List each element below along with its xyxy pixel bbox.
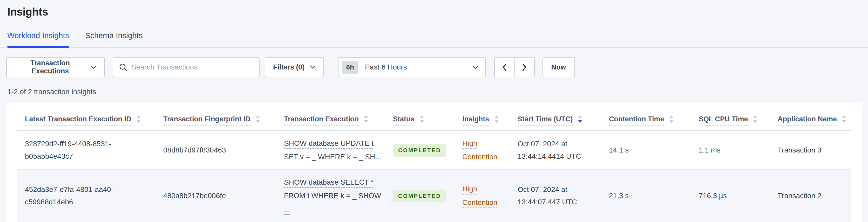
table-header-row: Latest Transaction Execution ID Transact… bbox=[17, 103, 851, 131]
table-row: 452da3e7-e7fa-4801-aa40-c59988d14eb6 480… bbox=[17, 169, 851, 222]
transaction-execution-link[interactable]: SHOW database SELECT * bbox=[284, 176, 385, 189]
chevron-down-icon bbox=[310, 65, 316, 69]
column-header-application-name[interactable]: Application Name bbox=[778, 103, 851, 131]
sort-caret-up-icon bbox=[842, 116, 846, 118]
cell-transaction-execution: SHOW database SELECT * FROM t WHERE k = … bbox=[284, 169, 393, 222]
transaction-execution-link[interactable]: ... bbox=[284, 202, 385, 216]
time-range-label: Past 6 Hours bbox=[365, 63, 466, 71]
time-nav-group bbox=[494, 57, 535, 77]
sort-caret-down-icon bbox=[136, 120, 141, 123]
start-time-clock: 13:44:14.4414 UTC bbox=[518, 150, 601, 163]
sort-icon bbox=[670, 116, 674, 123]
sort-caret-down-icon bbox=[256, 120, 260, 123]
sort-caret-up-icon bbox=[256, 116, 260, 118]
sort-icon bbox=[364, 116, 368, 123]
search-input[interactable] bbox=[131, 63, 253, 71]
sort-icon bbox=[842, 116, 846, 123]
sort-caret-down-icon bbox=[494, 120, 499, 123]
cell-application-name: Transaction 3 bbox=[778, 131, 851, 169]
tab-workload-insights[interactable]: Workload Insights bbox=[7, 31, 69, 47]
sort-caret-down-icon bbox=[670, 120, 674, 123]
sort-caret-down-icon bbox=[753, 120, 757, 123]
column-header-status[interactable]: Status bbox=[393, 103, 462, 131]
start-time-clock: 13:44:07.447 UTC bbox=[518, 196, 601, 208]
sort-caret-up-icon bbox=[578, 116, 582, 118]
tab-bar: Workload Insights Schema Insights bbox=[0, 31, 868, 48]
insight-high-contention-link[interactable]: High Contention bbox=[462, 185, 497, 207]
sort-icon bbox=[420, 116, 424, 123]
tab-schema-insights[interactable]: Schema Insights bbox=[85, 31, 143, 47]
chevron-right-icon bbox=[522, 63, 527, 71]
sort-caret-down-icon bbox=[420, 120, 424, 123]
cell-latest-execution-id: 452da3e7-e7fa-4801-aa40-c59988d14eb6 bbox=[17, 169, 163, 222]
sort-caret-up-icon bbox=[136, 116, 141, 118]
cell-fingerprint-id: 08d8b7d97f830463 bbox=[163, 131, 284, 169]
chevron-down-icon bbox=[472, 65, 478, 69]
cell-sql-cpu-time: 716.3 µs bbox=[699, 169, 778, 222]
page-title: Insights bbox=[7, 6, 868, 18]
column-header-transaction-execution[interactable]: Transaction Execution bbox=[284, 103, 393, 131]
insights-table-card: Latest Transaction Execution ID Transact… bbox=[6, 103, 862, 222]
start-time-date: Oct 07, 2024 at bbox=[518, 183, 601, 196]
sort-caret-up-icon bbox=[753, 116, 757, 118]
table-row: 328729d2-ff19-4408-8531-b05a5b4e43c7 08d… bbox=[17, 131, 851, 169]
insights-page: Insights Workload Insights Schema Insigh… bbox=[0, 6, 868, 222]
sort-icon bbox=[256, 116, 260, 123]
controls-row: Transaction Executions Filters (0) 6h Pa… bbox=[6, 57, 862, 77]
filters-label: Filters (0) bbox=[273, 63, 305, 71]
cell-contention-time: 21.3 s bbox=[609, 169, 699, 222]
transaction-execution-link[interactable]: FROM t WHERE k = _ SHOW bbox=[284, 189, 385, 202]
sort-caret-up-icon bbox=[670, 116, 674, 118]
status-badge: COMPLETED bbox=[393, 190, 446, 202]
search-box bbox=[113, 57, 259, 77]
sort-icon bbox=[136, 116, 141, 123]
sort-caret-down-icon bbox=[578, 120, 582, 123]
sort-icon bbox=[494, 116, 499, 123]
sort-caret-down-icon bbox=[842, 120, 846, 123]
status-badge: COMPLETED bbox=[393, 144, 446, 157]
column-header-latest-transaction-execution-id[interactable]: Latest Transaction Execution ID bbox=[17, 103, 163, 131]
sort-caret-down-icon bbox=[364, 120, 368, 123]
sort-icon bbox=[753, 116, 757, 123]
column-header-start-time[interactable]: Start Time (UTC) bbox=[518, 103, 609, 131]
results-count: 1-2 of 2 transaction insights bbox=[7, 88, 868, 96]
sort-caret-up-icon bbox=[494, 116, 499, 118]
column-header-sql-cpu-time[interactable]: SQL CPU Time bbox=[699, 103, 778, 131]
chevron-left-icon bbox=[502, 63, 507, 71]
time-range-badge: 6h bbox=[342, 61, 358, 74]
sort-caret-up-icon bbox=[420, 116, 424, 118]
column-header-transaction-fingerprint-id[interactable]: Transaction Fingerprint ID bbox=[163, 103, 284, 131]
filters-button[interactable]: Filters (0) bbox=[265, 57, 324, 77]
insight-high-contention-link[interactable]: High Contention bbox=[462, 139, 497, 161]
start-time-date: Oct 07, 2024 at bbox=[518, 138, 601, 150]
cell-start-time: Oct 07, 2024 at 13:44:07.447 UTC bbox=[518, 169, 609, 222]
cell-insights: High Contention bbox=[462, 169, 518, 222]
insights-table: Latest Transaction Execution ID Transact… bbox=[17, 103, 851, 222]
time-prev-button[interactable] bbox=[494, 57, 515, 77]
insight-type-dropdown[interactable]: Transaction Executions bbox=[6, 57, 105, 77]
column-header-insights[interactable]: Insights bbox=[462, 103, 518, 131]
search-icon bbox=[119, 63, 127, 71]
insight-type-label: Transaction Executions bbox=[14, 59, 86, 75]
cell-start-time: Oct 07, 2024 at 13:44:14.4414 UTC bbox=[518, 131, 609, 169]
transaction-execution-link[interactable]: SET v = _ WHERE k = _ SH... bbox=[284, 150, 385, 164]
cell-transaction-execution: SHOW database UPDATE t SET v = _ WHERE k… bbox=[284, 131, 393, 169]
time-range-picker[interactable]: 6h Past 6 Hours bbox=[338, 57, 486, 77]
cell-insights: High Contention bbox=[462, 131, 518, 169]
cell-application-name: Transaction 2 bbox=[778, 169, 851, 222]
now-button[interactable]: Now bbox=[542, 57, 575, 77]
column-header-contention-time[interactable]: Contention Time bbox=[609, 103, 699, 131]
transaction-execution-link[interactable]: SHOW database UPDATE t bbox=[284, 137, 385, 150]
cell-latest-execution-id: 328729d2-ff19-4408-8531-b05a5b4e43c7 bbox=[17, 131, 163, 169]
time-next-button[interactable] bbox=[515, 57, 535, 77]
cell-status: COMPLETED bbox=[393, 131, 462, 169]
chevron-down-icon bbox=[91, 65, 97, 69]
cell-contention-time: 14.1 s bbox=[609, 131, 699, 169]
cell-fingerprint-id: 480a8b217be006fe bbox=[163, 169, 284, 222]
controls-divider bbox=[331, 57, 331, 77]
cell-status: COMPLETED bbox=[393, 169, 462, 222]
cell-sql-cpu-time: 1.1 ms bbox=[699, 131, 778, 169]
sort-caret-up-icon bbox=[364, 116, 368, 118]
sort-icon-active-desc bbox=[578, 116, 582, 123]
